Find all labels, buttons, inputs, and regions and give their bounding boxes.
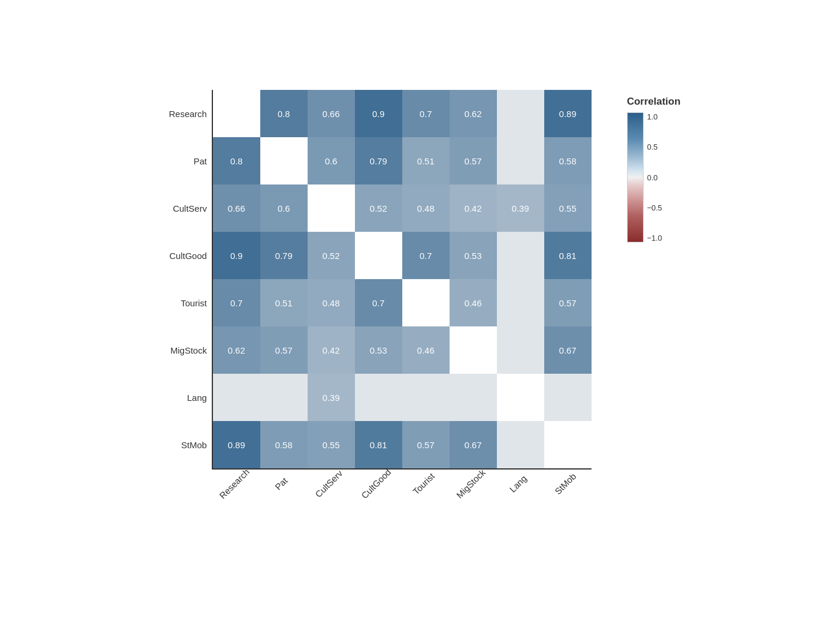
y-label-tourist: Tourist: [160, 279, 207, 326]
y-label-stmob: StMob: [160, 421, 207, 468]
matrix-area: Research Pat CultServ CultGood Tourist M…: [160, 90, 592, 527]
matrix-cell: [497, 90, 544, 137]
matrix-cell: [213, 90, 260, 137]
y-label-migstock: MigStock: [160, 326, 207, 374]
matrix-cell: 0.46: [402, 326, 450, 374]
matrix-cell: 0.57: [260, 326, 308, 374]
y-label-lang: Lang: [160, 374, 207, 421]
x-label-wrapper-pat: Pat: [254, 474, 302, 527]
x-label-wrapper-tourist: Tourist: [396, 474, 444, 527]
matrix-cell: 0.9: [355, 90, 402, 137]
x-label-cultserv: CultServ: [313, 468, 344, 500]
matrix-cell: 0.46: [450, 279, 497, 326]
matrix-cell: [355, 374, 402, 421]
matrix-cell: [213, 374, 260, 421]
x-label-wrapper-cultserv: CultServ: [302, 474, 349, 527]
matrix-cell: 0.6: [260, 184, 308, 232]
legend-tick-n05: −0.5: [647, 203, 663, 212]
matrix-cell: [497, 232, 544, 279]
matrix-cell: 0.66: [308, 90, 355, 137]
matrix-cell: 0.7: [402, 232, 450, 279]
x-label-research: Research: [217, 467, 251, 500]
legend-tick-1: 1.0: [647, 112, 663, 121]
matrix-cell: 0.89: [213, 421, 260, 468]
legend-bar-container: 1.0 0.5 0.0 −0.5 −1.0: [627, 112, 663, 242]
matrix-cell: [497, 326, 544, 374]
x-label-wrapper-stmob: StMob: [538, 474, 586, 527]
y-label-cultserv: CultServ: [160, 184, 207, 232]
legend: Correlation 1.0 0.5 0.0 −0.5 −1.0: [627, 96, 681, 242]
matrix-cell: [497, 421, 544, 468]
matrix-cell: 0.52: [308, 232, 355, 279]
matrix-cell: [497, 374, 544, 421]
matrix-cell: 0.79: [260, 232, 308, 279]
legend-tick-05: 0.5: [647, 143, 663, 151]
matrix-cell: 0.66: [213, 184, 260, 232]
matrix-cell: 0.55: [308, 421, 355, 468]
matrix-cell: 0.42: [450, 184, 497, 232]
y-label-cultgood: CultGood: [160, 232, 207, 279]
x-label-pat: Pat: [273, 475, 290, 492]
matrix-cell: 0.58: [260, 421, 308, 468]
matrix-cell: 0.89: [544, 90, 592, 137]
matrix-cell: 0.67: [544, 326, 592, 374]
legend-tick-0: 0.0: [647, 173, 663, 182]
matrix-cell: [497, 279, 544, 326]
y-label-pat: Pat: [160, 137, 207, 184]
legend-ticks: 1.0 0.5 0.0 −0.5 −1.0: [644, 112, 663, 242]
matrix-cell: 0.42: [308, 326, 355, 374]
matrix-cell: [308, 184, 355, 232]
matrix-cell: 0.8: [213, 137, 260, 184]
matrix-with-ylabels: Research Pat CultServ CultGood Tourist M…: [160, 90, 592, 470]
matrix-cell: 0.48: [402, 184, 450, 232]
matrix-cell: 0.53: [355, 326, 402, 374]
matrix-cell: 0.62: [213, 326, 260, 374]
matrix-cell: [450, 326, 497, 374]
matrix-cell: 0.39: [308, 374, 355, 421]
x-label-wrapper-migstock: MigStock: [444, 474, 491, 527]
matrix-cell: 0.52: [355, 184, 402, 232]
matrix-cell: [450, 374, 497, 421]
matrix-cell: [402, 279, 450, 326]
matrix-cell: 0.57: [544, 279, 592, 326]
matrix-cell: 0.7: [213, 279, 260, 326]
x-label-migstock: MigStock: [454, 467, 487, 500]
y-label-research: Research: [160, 90, 207, 137]
matrix-cell: 0.51: [402, 137, 450, 184]
matrix-cell: [260, 374, 308, 421]
x-label-lang: Lang: [508, 473, 529, 494]
matrix-cell: 0.48: [308, 279, 355, 326]
matrix-cell: 0.7: [402, 90, 450, 137]
matrix-cell: [544, 421, 592, 468]
x-label-stmob: StMob: [553, 471, 578, 497]
matrix-cell: [355, 232, 402, 279]
matrix-cell: 0.51: [260, 279, 308, 326]
matrix-cell: 0.6: [308, 137, 355, 184]
matrix-cell: [544, 374, 592, 421]
matrix-cell: [497, 137, 544, 184]
matrix-cell: 0.57: [450, 137, 497, 184]
chart-container: Research Pat CultServ CultGood Tourist M…: [148, 66, 693, 575]
y-labels: Research Pat CultServ CultGood Tourist M…: [160, 90, 212, 468]
matrix-cell: 0.53: [450, 232, 497, 279]
matrix-cell: 0.62: [450, 90, 497, 137]
matrix-cell: 0.7: [355, 279, 402, 326]
matrix-cell: [402, 374, 450, 421]
matrix-grid: 0.80.660.90.70.620.890.80.60.790.510.570…: [212, 90, 592, 470]
legend-title: Correlation: [627, 96, 681, 108]
x-label-tourist: Tourist: [411, 471, 436, 496]
matrix-cell: 0.67: [450, 421, 497, 468]
matrix-cell: 0.39: [497, 184, 544, 232]
matrix-cell: 0.79: [355, 137, 402, 184]
matrix-cell: 0.81: [355, 421, 402, 468]
matrix-cell: 0.8: [260, 90, 308, 137]
x-label-wrapper-lang: Lang: [491, 474, 538, 527]
x-label-cultgood: CultGood: [359, 467, 393, 501]
matrix-cell: 0.55: [544, 184, 592, 232]
matrix-cell: 0.58: [544, 137, 592, 184]
legend-tick-n1: −1.0: [647, 234, 663, 242]
matrix-cell: [260, 137, 308, 184]
matrix-cell: 0.81: [544, 232, 592, 279]
matrix-cell: 0.57: [402, 421, 450, 468]
matrix-cell: 0.9: [213, 232, 260, 279]
